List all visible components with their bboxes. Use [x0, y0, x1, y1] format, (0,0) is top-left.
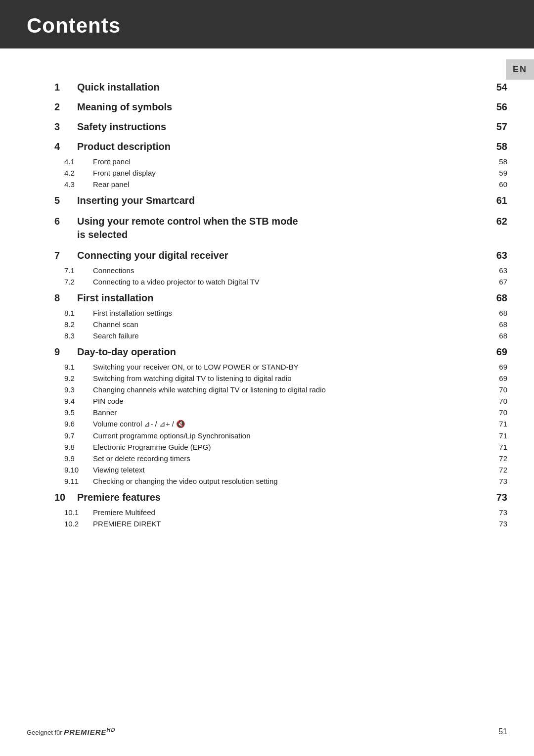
- chapter-num-4: 4: [54, 141, 68, 152]
- sub-title-9.7: Current programme options/Lip Synchronis…: [93, 431, 251, 440]
- chapter-page-5: 61: [496, 195, 507, 206]
- chapter-title-9: Day-to-day operation: [77, 346, 176, 358]
- chapter-page-4: 58: [496, 141, 507, 152]
- chapter-title-3: Safety instructions: [77, 121, 166, 133]
- chapter-page-6: 62: [496, 215, 507, 227]
- sub-page-10.2: 73: [499, 520, 507, 528]
- subsection-9.2: 9.2 Switching from watching digital TV t…: [54, 373, 507, 384]
- chapter-4: 4 Product description 58: [54, 138, 507, 156]
- sub-page-9.6: 71: [499, 420, 507, 428]
- content-area: 1 Quick installation 54 2 Meaning of sym…: [0, 48, 534, 561]
- chapter-7: 7 Connecting your digital receiver 63: [54, 246, 507, 265]
- chapter-3: 3 Safety instructions 57: [54, 118, 507, 136]
- subsection-9.8: 9.8 Electronic Programme Guide (EPG) 71: [54, 441, 507, 453]
- sub-page-9.4: 70: [499, 397, 507, 405]
- chapter-6: 6 Using your remote control when the STB…: [54, 211, 507, 245]
- chapter-title-8: First installation: [77, 292, 153, 304]
- sub-num-7.2: 7.2: [64, 278, 84, 286]
- subsection-9.7: 9.7 Current programme options/Lip Synchr…: [54, 430, 507, 441]
- sub-title-9.5: Banner: [93, 408, 117, 417]
- chapter-9: 9 Day-to-day operation 69: [54, 343, 507, 361]
- sub-title-8.2: Channel scan: [93, 320, 138, 329]
- footer-brand: Geeignet für PREMIEREHD: [27, 727, 115, 736]
- sub-num-9.9: 9.9: [64, 454, 84, 463]
- sub-num-9.7: 9.7: [64, 431, 84, 440]
- chapter-num-5: 5: [54, 195, 68, 206]
- subsection-9.1: 9.1 Switching your receiver ON, or to LO…: [54, 361, 507, 373]
- footer-brand-name: PREMIEREHD: [64, 728, 115, 736]
- sub-num-10.2: 10.2: [64, 520, 84, 528]
- sub-page-4.1: 58: [499, 157, 507, 166]
- page-title: Contents: [27, 14, 507, 38]
- sub-page-9.11: 73: [499, 477, 507, 485]
- chapter-num-8: 8: [54, 292, 68, 304]
- sub-num-9.3: 9.3: [64, 385, 84, 394]
- sub-page-9.9: 72: [499, 454, 507, 463]
- sub-title-9.9: Set or delete recording timers: [93, 454, 190, 463]
- sub-title-4.1: Front panel: [93, 157, 131, 166]
- sub-num-9.11: 9.11: [64, 477, 84, 485]
- chapter-page-2: 56: [496, 101, 507, 113]
- sub-num-8.3: 8.3: [64, 331, 84, 340]
- sub-page-9.5: 70: [499, 408, 507, 417]
- sub-title-8.3: Search failure: [93, 331, 139, 340]
- sub-title-9.10: Viewing teletext: [93, 466, 145, 474]
- sub-num-10.1: 10.1: [64, 508, 84, 517]
- sub-page-8.2: 68: [499, 320, 507, 329]
- sub-num-4.1: 4.1: [64, 157, 84, 166]
- subsection-9.6: 9.6 Volume control ⊿- / ⊿+ / 🔇 71: [54, 418, 507, 430]
- sub-num-4.3: 4.3: [64, 180, 84, 189]
- subsection-9.11: 9.11 Checking or changing the video outp…: [54, 475, 507, 487]
- chapter-10: 10 Premiere features 73: [54, 488, 507, 507]
- sub-title-9.2: Switching from watching digital TV to li…: [93, 374, 292, 382]
- sub-title-8.1: First installation settings: [93, 309, 172, 317]
- sub-num-8.2: 8.2: [64, 320, 84, 329]
- sub-num-9.2: 9.2: [64, 374, 84, 382]
- chapter-num-6: 6: [54, 215, 68, 227]
- sub-title-9.11: Checking or changing the video output re…: [93, 477, 278, 485]
- subsection-8.3: 8.3 Search failure 68: [54, 330, 507, 341]
- chapter-num-3: 3: [54, 121, 68, 133]
- chapter-title-1: Quick installation: [77, 82, 160, 93]
- sub-num-4.2: 4.2: [64, 169, 84, 177]
- sub-title-10.2: PREMIERE DIREKT: [93, 520, 161, 528]
- sub-title-9.1: Switching your receiver ON, or to LOW PO…: [93, 363, 299, 371]
- sub-title-4.2: Front panel display: [93, 169, 156, 177]
- sub-page-7.1: 63: [499, 266, 507, 275]
- sub-page-4.2: 59: [499, 169, 507, 177]
- sub-page-9.7: 71: [499, 431, 507, 440]
- chapter-title-7: Connecting your digital receiver: [77, 250, 228, 261]
- chapter-title-6: Using your remote control when the STB m…: [77, 215, 298, 241]
- toc-container: 1 Quick installation 54 2 Meaning of sym…: [54, 78, 507, 531]
- chapter-page-3: 57: [496, 121, 507, 133]
- subsection-10.1: 10.1 Premiere Multifeed 73: [54, 507, 507, 518]
- chapter-num-2: 2: [54, 101, 68, 113]
- sub-title-9.3: Changing channels while watching digital…: [93, 385, 326, 394]
- chapter-5: 5 Inserting your Smartcard 61: [54, 191, 507, 210]
- sub-num-9.6: 9.6: [64, 420, 84, 428]
- subsection-10.2: 10.2 PREMIERE DIREKT 73: [54, 518, 507, 529]
- sub-num-9.1: 9.1: [64, 363, 84, 371]
- subsection-9.5: 9.5 Banner 70: [54, 407, 507, 418]
- sub-page-9.10: 72: [499, 466, 507, 474]
- subsection-8.1: 8.1 First installation settings 68: [54, 307, 507, 319]
- chapter-page-8: 68: [496, 292, 507, 304]
- footer-page-num: 51: [498, 727, 507, 736]
- chapter-2: 2 Meaning of symbols 56: [54, 98, 507, 116]
- sub-title-9.6: Volume control ⊿- / ⊿+ / 🔇: [93, 420, 185, 428]
- subsection-9.9: 9.9 Set or delete recording timers 72: [54, 453, 507, 464]
- sub-page-9.1: 69: [499, 363, 507, 371]
- sub-num-9.8: 9.8: [64, 443, 84, 451]
- chapter-num-7: 7: [54, 250, 68, 261]
- sub-page-9.2: 69: [499, 374, 507, 382]
- chapter-page-7: 63: [496, 250, 507, 261]
- chapter-title-4: Product description: [77, 141, 171, 152]
- subsection-4.3: 4.3 Rear panel 60: [54, 179, 507, 190]
- subsection-9.4: 9.4 PIN code 70: [54, 395, 507, 407]
- footer: Geeignet für PREMIEREHD 51: [0, 727, 534, 736]
- header-bar: Contents: [0, 0, 534, 48]
- sub-title-4.3: Rear panel: [93, 180, 129, 189]
- chapter-num-10: 10: [54, 492, 68, 503]
- chapter-title-5: Inserting your Smartcard: [77, 195, 195, 206]
- sub-num-9.5: 9.5: [64, 408, 84, 417]
